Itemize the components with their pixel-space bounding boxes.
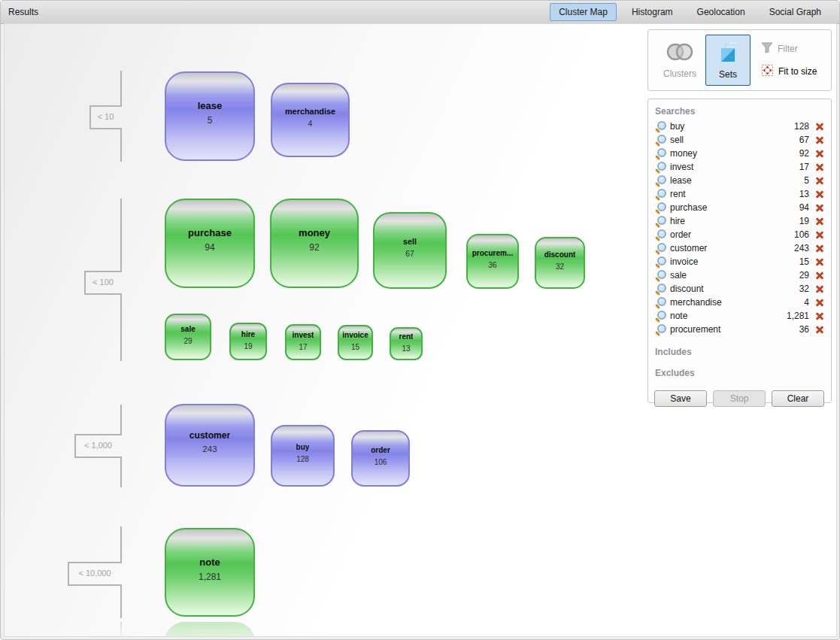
search-item-note[interactable]: note1,281	[655, 309, 824, 323]
bubble-count: 92	[309, 242, 319, 253]
search-item-customer[interactable]: customer243	[655, 241, 824, 255]
clusters-label: Clusters	[663, 68, 696, 79]
search-item-invoice[interactable]: invoice15	[655, 255, 824, 268]
bubble-invoice[interactable]: invoice15	[338, 325, 373, 360]
search-item-count: 4	[804, 297, 809, 308]
results-window: Results Cluster MapHistogramGeolocationS…	[0, 0, 840, 640]
search-item-count: 243	[794, 243, 809, 253]
tab-cluster-map[interactable]: Cluster Map	[550, 3, 617, 21]
search-item-term: purchase	[670, 202, 799, 213]
bubble-sell[interactable]: sell67	[373, 212, 447, 289]
tab-geolocation[interactable]: Geolocation	[688, 3, 754, 21]
search-item-merchandise[interactable]: merchandise4	[655, 296, 824, 309]
search-item-term: invest	[670, 162, 799, 172]
search-item-money[interactable]: money92	[655, 147, 824, 160]
search-item-order[interactable]: order106	[655, 228, 824, 241]
bubble-customer[interactable]: customer243	[165, 404, 255, 487]
bubble-lease[interactable]: lease5	[165, 71, 255, 161]
search-item-invest[interactable]: invest17	[655, 160, 824, 174]
bubble-discount[interactable]: discount32	[535, 237, 585, 289]
bracket-reflection	[120, 622, 122, 637]
delete-icon[interactable]	[815, 190, 824, 199]
bracket-segment	[120, 71, 122, 105]
delete-icon[interactable]	[815, 176, 824, 185]
tab-social-graph[interactable]: Social Graph	[760, 3, 830, 21]
bubble-count: 106	[375, 458, 387, 466]
bubble-reflection	[165, 622, 255, 637]
bubble-label: order	[371, 446, 390, 454]
tab-bar: Cluster MapHistogramGeolocationSocial Gr…	[550, 3, 830, 21]
bubble-order[interactable]: order106	[351, 430, 410, 487]
bubble-label: hire	[241, 330, 255, 338]
search-item-procurement[interactable]: procurement36	[655, 323, 824, 336]
bubble-merchandise[interactable]: merchandise4	[271, 83, 350, 157]
delete-icon[interactable]	[815, 311, 824, 320]
fit-to-size-button[interactable]: Fit to size	[761, 64, 817, 79]
delete-icon[interactable]	[815, 230, 824, 239]
bracket-segment	[68, 584, 122, 586]
delete-icon[interactable]	[815, 217, 824, 226]
searches-button-row: Save Stop Clear	[655, 390, 824, 407]
bracket-segment	[120, 199, 122, 271]
stop-button: Stop	[713, 390, 766, 407]
bracket-segment	[120, 586, 122, 618]
sets-button[interactable]: Sets	[705, 35, 751, 86]
search-item-hire[interactable]: hire19	[655, 214, 824, 228]
delete-icon[interactable]	[815, 271, 824, 280]
clear-button[interactable]: Clear	[772, 390, 824, 407]
delete-icon[interactable]	[815, 257, 824, 266]
search-item-sale[interactable]: sale29	[655, 268, 824, 282]
sets-icon	[717, 41, 739, 66]
magnifier-icon	[655, 297, 666, 308]
delete-icon[interactable]	[815, 122, 824, 131]
search-item-discount[interactable]: discount32	[655, 282, 824, 296]
search-item-count: 67	[799, 135, 809, 145]
delete-icon[interactable]	[815, 298, 824, 307]
includes-heading: Includes	[655, 347, 824, 357]
bubble-hire[interactable]: hire19	[229, 323, 267, 360]
save-button[interactable]: Save	[654, 390, 707, 407]
filter-button[interactable]: Filter	[761, 42, 817, 56]
bubble-purchase[interactable]: purchase94	[165, 199, 255, 288]
search-item-term: lease	[670, 175, 804, 186]
clusters-button[interactable]: Clusters	[654, 35, 705, 86]
bracket-segment	[84, 293, 122, 295]
magnifier-icon	[655, 162, 666, 173]
delete-icon[interactable]	[815, 149, 824, 158]
search-item-lease[interactable]: lease5	[655, 174, 824, 187]
bubble-label: buy	[296, 443, 310, 451]
search-item-rent[interactable]: rent13	[655, 187, 824, 201]
bracket-segment	[74, 434, 76, 456]
bubble-buy[interactable]: buy128	[271, 425, 335, 487]
search-item-purchase[interactable]: purchase94	[655, 201, 824, 214]
search-item-count: 36	[799, 324, 809, 335]
bubble-sale[interactable]: sale29	[165, 314, 211, 360]
tab-histogram[interactable]: Histogram	[623, 3, 682, 21]
bubble-invest[interactable]: invest17	[285, 324, 321, 360]
delete-icon[interactable]	[815, 203, 824, 212]
bubble-money[interactable]: money92	[270, 199, 359, 288]
delete-icon[interactable]	[815, 284, 824, 293]
bubble-rent[interactable]: rent13	[390, 327, 423, 360]
search-item-term: invoice	[670, 256, 799, 267]
delete-icon[interactable]	[815, 135, 824, 144]
magnifier-icon	[655, 256, 666, 268]
bubble-procurement[interactable]: procurem...36	[466, 234, 519, 289]
search-item-sell[interactable]: sell67	[655, 133, 824, 147]
bracket-label: < 100	[87, 271, 119, 293]
search-item-count: 128	[794, 121, 809, 132]
bracket-label: < 10,000	[71, 562, 119, 584]
search-item-buy[interactable]: buy128	[655, 120, 824, 133]
bubble-label: money	[299, 227, 330, 238]
bubble-note[interactable]: note1,281	[165, 528, 255, 617]
search-item-term: merchandise	[670, 297, 804, 308]
bubble-count: 17	[299, 343, 307, 351]
magnifier-icon	[655, 270, 666, 281]
delete-icon[interactable]	[815, 162, 824, 171]
search-item-count: 106	[794, 229, 809, 240]
delete-icon[interactable]	[815, 244, 824, 253]
bubble-count: 4	[308, 120, 313, 128]
delete-icon[interactable]	[815, 325, 824, 334]
search-item-count: 17	[799, 162, 809, 172]
search-item-term: order	[670, 229, 794, 240]
